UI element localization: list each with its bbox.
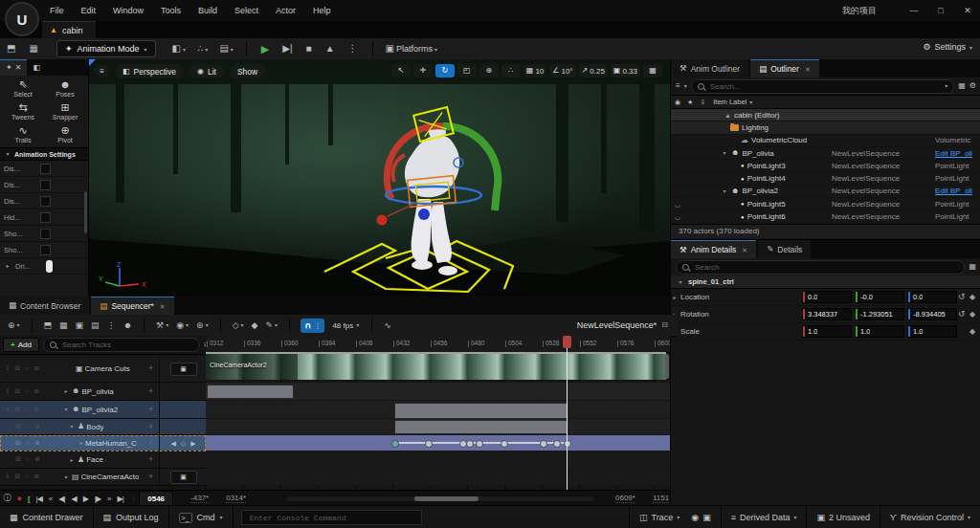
curve-channels-dropdown[interactable]: ✎▾ [262, 321, 282, 330]
lock-icon[interactable]: ⊟ [15, 424, 20, 430]
outliner-row-pointlight4[interactable]: ●PointLight4 NewLevelSequence PointLight [671, 172, 980, 185]
track-camera-cuts[interactable]: ⇩⊟∩⊘ ▣ Camera Cuts + ▣ [0, 356, 206, 383]
select-tool-icon[interactable]: ↖ [391, 64, 411, 77]
playhead-handle[interactable] [563, 336, 571, 348]
play-button[interactable]: ▶ [255, 44, 276, 55]
track-bp-olivia2[interactable]: ⇩⊟∩⊘ ▾ ☻ BP_olivia2 + [0, 401, 206, 419]
camera-lock-button[interactable]: ▣ [170, 471, 197, 484]
world-local-toggle-icon[interactable]: ⊕ [479, 64, 499, 77]
lane-bp-olivia2[interactable] [206, 401, 670, 418]
control-section-header[interactable]: ▾ spine_01_ctrl [671, 275, 980, 289]
lock-icon[interactable]: ⊟ [661, 321, 668, 329]
animation-section-bar[interactable] [394, 420, 568, 434]
add-section-icon[interactable]: + [148, 387, 153, 396]
level-viewport[interactable]: ≡ ◧Perspective ◉Lit Show ↖ ✛ ↻ ◰ ⊕ ∴ ▦10… [89, 59, 670, 297]
sequence-tools-dropdown[interactable]: ⚒▾ [152, 321, 172, 330]
checkbox[interactable] [40, 229, 51, 239]
outliner-row-bp-olivia2[interactable]: ▾☻BP_olivia2 NewLevelSequence Edit BP_ol… [671, 186, 980, 198]
view-mode-dropdown[interactable]: ◉Lit [189, 64, 224, 78]
tab-content-browser[interactable]: ▦ Content Browser [0, 297, 89, 315]
keyframe-icon[interactable]: ◆ [969, 294, 975, 301]
expander-icon[interactable]: ▾ [68, 424, 76, 429]
create-folder-icon[interactable]: ▦ [958, 82, 966, 90]
eye-closed-icon[interactable]: ◡ [675, 213, 680, 220]
revision-control-dropdown[interactable]: ϒ Revision Control ▾ [880, 506, 980, 528]
tab-animation-mode[interactable]: ✦ ✕ [0, 59, 27, 76]
outliner-row-volumetriccloud[interactable]: ☁VolumetricCloud Volumetric [671, 135, 980, 147]
sequence-browse-dropdown[interactable]: ⊕▾ [4, 321, 24, 330]
snapping-toggle[interactable]: ∪⋮ [301, 319, 324, 333]
perspective-dropdown[interactable]: ◧Perspective [115, 64, 184, 78]
unsaved-button[interactable]: ▣ 2 Unsaved [806, 506, 880, 528]
tool-pivot[interactable]: ⊕Pivot [44, 125, 86, 143]
keyframe-dot[interactable] [476, 440, 483, 448]
expander-icon[interactable]: ▾ [721, 188, 728, 194]
lock-icon[interactable]: ⊟ [14, 407, 19, 413]
scale-z-field[interactable]: 1.0 [907, 325, 957, 338]
viewport-options-menu[interactable]: ≡ [95, 64, 109, 78]
camera-speed-control[interactable]: ▣0.33 [611, 64, 640, 77]
close-tab-icon[interactable]: ✕ [160, 303, 166, 310]
add-section-icon[interactable]: + [148, 473, 153, 481]
save-sequence-icon[interactable]: ⬒ [40, 321, 56, 330]
insights-icon[interactable]: ◉ [691, 514, 699, 522]
rotation-z-field[interactable]: -8.934405 [907, 308, 957, 320]
outliner-row-pointlight3[interactable]: ●PointLight3 NewLevelSequence PointLight [671, 160, 980, 172]
time-ruler[interactable]: 0312033603600384040804320456048005040528… [206, 336, 670, 353]
search-input[interactable] [708, 81, 942, 92]
content-drawer-button[interactable]: ▦ Content Drawer [0, 506, 94, 528]
lock-icon[interactable]: ⊟ [14, 473, 19, 480]
track-search[interactable] [43, 338, 200, 352]
prev-key-icon[interactable]: ◀ [170, 440, 175, 447]
pin-column-icon[interactable]: ⇩ [700, 99, 705, 105]
menu-actor[interactable]: Actor [268, 3, 303, 18]
to-end-button[interactable]: ▶| [114, 495, 126, 503]
visibility-column-icon[interactable]: ◉ [675, 99, 680, 105]
menu-edit[interactable]: Edit [74, 3, 104, 18]
tool-trails[interactable]: ∿Trails [2, 125, 44, 143]
outliner-row-pointlight6[interactable]: ◡ ●PointLight6 NewLevelSequence PointLig… [671, 210, 980, 223]
working-range-end-field[interactable]: 0609* [615, 494, 635, 503]
camera-lock-button[interactable]: ▣ [170, 363, 197, 376]
scale-x-field[interactable]: 1.0 [802, 325, 852, 338]
menu-tools[interactable]: Tools [153, 3, 189, 18]
tab-modes-secondary[interactable]: ◧ [27, 59, 46, 76]
set-start-bracket-button[interactable]: [ [24, 495, 33, 503]
checkbox[interactable] [40, 180, 51, 190]
add-section-icon[interactable]: + [148, 423, 153, 431]
current-frame-field[interactable]: 0546 [139, 491, 173, 506]
platforms-dropdown[interactable]: ▣ Platforms ▾ [381, 44, 442, 54]
keyframe-dot[interactable] [466, 440, 474, 448]
level-tab-cabin[interactable]: ▲ cabin [42, 21, 96, 39]
keyframe-dot[interactable] [553, 440, 561, 448]
tool-snapper[interactable]: ⊞Snapper [44, 102, 86, 121]
scrollbar[interactable] [84, 191, 87, 233]
record-button[interactable]: ● [13, 495, 24, 503]
column-item-label[interactable]: Item Label [713, 98, 746, 106]
outliner-row-cabin[interactable]: ▲cabin (Editor) [671, 109, 980, 121]
prev-keyframe-button[interactable]: « [45, 495, 55, 503]
blueprints-dropdown[interactable]: ∴▾ [192, 44, 212, 54]
keyframe-dot[interactable] [425, 440, 433, 448]
lane-cinecamera[interactable] [206, 469, 670, 485]
mute-icon[interactable]: ⊘ [34, 456, 39, 463]
search-input[interactable] [693, 262, 958, 273]
auto-key-icon[interactable]: ◆ [248, 321, 262, 330]
close-tab-icon[interactable]: ✕ [15, 64, 22, 72]
content-browser-icon[interactable]: ▦ [22, 44, 44, 54]
tab-outliner[interactable]: ▤ Outliner ✕ [750, 59, 819, 77]
close-tab-icon[interactable]: ✕ [805, 66, 811, 73]
sequencer-timeline[interactable]: 0312033603600384040804320456048005040528… [206, 336, 670, 490]
pin-icon[interactable]: ⇩ [5, 473, 10, 480]
lock-icon[interactable]: ⊟ [15, 456, 20, 463]
scrollbar-thumb[interactable] [414, 496, 479, 501]
reset-icon[interactable]: ↺ [958, 310, 966, 319]
tool-poses[interactable]: ☻Poses [44, 79, 86, 98]
timeline-horizontal-scrollbar[interactable] [287, 496, 593, 501]
keyframe-icon[interactable]: ◆ [969, 311, 975, 319]
expander-icon[interactable]: ▾ [62, 407, 70, 412]
tab-sequencer[interactable]: ▤ Sequencer* ✕ [91, 297, 173, 315]
keyframe-dot[interactable] [501, 440, 508, 448]
animation-section-bar[interactable] [394, 403, 568, 419]
checkbox[interactable] [40, 212, 51, 223]
